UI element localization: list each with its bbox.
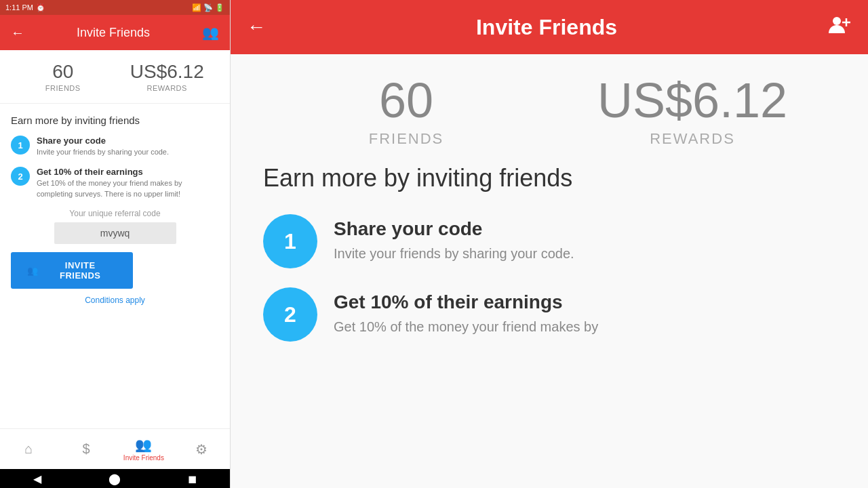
right-step-1-title: Share your code bbox=[334, 218, 574, 240]
svg-point-0 bbox=[833, 17, 841, 25]
step-2-circle: 2 bbox=[11, 167, 30, 186]
right-earn-title: Earn more by inviting friends bbox=[263, 164, 835, 192]
right-step-2-title: Get 10% of their earnings bbox=[334, 291, 598, 313]
step-1-circle: 1 bbox=[11, 136, 30, 155]
nav-earnings[interactable]: $ bbox=[58, 441, 115, 457]
right-panel: ← Invite Friends 60 FRIENDS US$6.12 REWA… bbox=[231, 0, 868, 488]
signal-icon: 📡 bbox=[203, 3, 213, 12]
right-friends-stat: 60 FRIENDS bbox=[263, 76, 549, 148]
recents-system-icon[interactable]: ◼ bbox=[188, 472, 197, 485]
system-nav: ◀ ⬤ ◼ bbox=[0, 469, 230, 488]
right-step-2: 2 Get 10% of their earnings Get 10% of t… bbox=[263, 287, 835, 342]
wifi-icon: 📶 bbox=[192, 3, 201, 12]
step-1: 1 Share your code Invite your friends by… bbox=[11, 136, 219, 157]
rewards-value: US$6.12 bbox=[115, 61, 220, 83]
conditions-link[interactable]: Conditions apply bbox=[11, 296, 219, 305]
referral-section: Your unique referral code 👥 INVITE FRIEN… bbox=[11, 209, 219, 305]
step-2: 2 Get 10% of their earnings Get 10% of t… bbox=[11, 167, 219, 199]
battery-icon: 🔋 bbox=[215, 3, 224, 12]
friends-label: FRIENDS bbox=[11, 84, 115, 92]
right-friends-value: 60 bbox=[263, 76, 549, 125]
right-step-1-number: 1 bbox=[284, 229, 296, 254]
nav-settings[interactable]: ⚙ bbox=[172, 441, 230, 458]
step-1-content: Share your code Invite your friends by s… bbox=[37, 136, 169, 157]
app-header: ← Invite Friends 👥 bbox=[0, 15, 230, 50]
invite-nav-icon: 👥 bbox=[135, 436, 152, 453]
settings-icon: ⚙ bbox=[195, 441, 208, 458]
header-title: Invite Friends bbox=[77, 26, 150, 40]
rewards-label: REWARDS bbox=[115, 84, 220, 92]
right-rewards-label: REWARDS bbox=[549, 130, 835, 148]
referral-code-input[interactable] bbox=[54, 222, 176, 244]
right-step-2-content: Get 10% of their earnings Get 10% of the… bbox=[334, 287, 598, 336]
stats-section: 60 FRIENDS US$6.12 REWARDS bbox=[0, 50, 230, 104]
alarm-icon: ⏰ bbox=[36, 3, 45, 12]
add-friend-icon[interactable]: 👥 bbox=[202, 24, 219, 41]
right-header: ← Invite Friends bbox=[231, 0, 868, 54]
invite-icon: 👥 bbox=[27, 266, 39, 276]
invite-friends-button[interactable]: 👥 INVITE FRIENDS bbox=[11, 252, 133, 289]
right-rewards-value: US$6.12 bbox=[549, 76, 835, 125]
right-content: 60 FRIENDS US$6.12 REWARDS Earn more by … bbox=[231, 54, 868, 488]
bottom-nav: ⌂ $ 👥 Invite Friends ⚙ bbox=[0, 428, 230, 469]
content-area: Earn more by inviting friends 1 Share yo… bbox=[0, 104, 230, 428]
right-step-2-desc: Get 10% of the money your friend makes b… bbox=[334, 317, 598, 336]
right-add-friend-button[interactable] bbox=[827, 13, 852, 42]
right-header-title: Invite Friends bbox=[277, 15, 816, 40]
right-step-1-content: Share your code Invite your friends by s… bbox=[334, 214, 574, 263]
right-stats: 60 FRIENDS US$6.12 REWARDS bbox=[263, 76, 835, 148]
referral-label: Your unique referral code bbox=[11, 209, 219, 218]
home-system-icon[interactable]: ⬤ bbox=[108, 472, 121, 485]
step-2-number: 2 bbox=[18, 171, 22, 182]
step-2-title: Get 10% of their earnings bbox=[37, 167, 219, 177]
right-rewards-stat: US$6.12 REWARDS bbox=[549, 76, 835, 148]
right-friends-label: FRIENDS bbox=[263, 130, 549, 148]
right-step-2-circle: 2 bbox=[263, 287, 317, 342]
right-step-1: 1 Share your code Invite your friends by… bbox=[263, 214, 835, 268]
invite-label: INVITE FRIENDS bbox=[44, 260, 117, 281]
back-system-icon[interactable]: ◀ bbox=[33, 472, 41, 485]
status-bar-right: 📶 📡 🔋 bbox=[192, 3, 224, 12]
status-bar: 1:11 PM ⏰ 📶 📡 🔋 bbox=[0, 0, 230, 15]
step-1-title: Share your code bbox=[37, 136, 169, 146]
dollar-icon: $ bbox=[83, 441, 90, 457]
right-back-button[interactable]: ← bbox=[247, 16, 266, 38]
status-bar-left: 1:11 PM ⏰ bbox=[5, 3, 45, 12]
friends-value: 60 bbox=[11, 61, 115, 83]
home-icon: ⌂ bbox=[24, 441, 33, 457]
right-step-2-number: 2 bbox=[284, 302, 296, 327]
right-step-1-circle: 1 bbox=[263, 214, 317, 268]
left-panel: 1:11 PM ⏰ 📶 📡 🔋 ← Invite Friends 👥 60 FR… bbox=[0, 0, 231, 488]
nav-invite[interactable]: 👥 Invite Friends bbox=[115, 436, 173, 462]
time-display: 1:11 PM bbox=[5, 3, 33, 12]
step-1-desc: Invite your friends by sharing your code… bbox=[37, 147, 169, 157]
step-1-number: 1 bbox=[18, 140, 22, 150]
rewards-stat: US$6.12 REWARDS bbox=[115, 61, 220, 92]
earn-title: Earn more by inviting friends bbox=[11, 115, 219, 126]
invite-nav-label: Invite Friends bbox=[123, 454, 164, 462]
step-2-content: Get 10% of their earnings Get 10% of the… bbox=[37, 167, 219, 199]
step-2-desc: Get 10% of the money your friend makes b… bbox=[37, 178, 219, 199]
nav-home[interactable]: ⌂ bbox=[0, 441, 58, 457]
right-step-1-desc: Invite your friends by sharing your code… bbox=[334, 244, 574, 263]
back-icon[interactable]: ← bbox=[11, 25, 24, 41]
friends-stat: 60 FRIENDS bbox=[11, 61, 115, 92]
